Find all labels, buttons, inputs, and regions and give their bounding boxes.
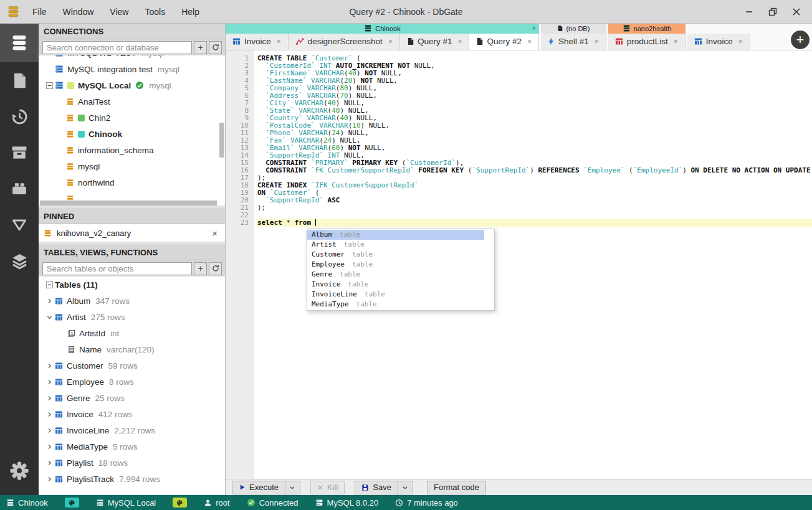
autocomplete-item[interactable]: InvoiceLinetable	[307, 290, 484, 300]
menu-window[interactable]: Window	[56, 4, 101, 19]
table-item[interactable]: Genre 25 rows	[39, 390, 225, 406]
add-connection-button[interactable]: +	[194, 41, 207, 54]
database-color-badge[interactable]	[65, 498, 79, 508]
rail-item-layers[interactable]	[0, 243, 39, 279]
menu-tools[interactable]: Tools	[138, 4, 172, 19]
table-item[interactable]: InvoiceLine 2,212 rows	[39, 422, 225, 438]
close-tab-icon[interactable]: ×	[388, 37, 393, 46]
tab-group-header[interactable]: (no DB)	[541, 24, 606, 34]
tables-group-row[interactable]: Tables (11)	[39, 276, 225, 293]
close-button[interactable]	[785, 0, 808, 24]
chevron-right-icon[interactable]	[46, 411, 53, 418]
rail-item-settings[interactable]	[0, 453, 39, 489]
tables-search-input[interactable]	[42, 262, 192, 275]
status-last-refresh: 7 minutes ago	[395, 498, 458, 508]
chevron-right-icon[interactable]	[46, 395, 53, 402]
add-table-button[interactable]: +	[194, 262, 207, 275]
tab-group-header[interactable]: Chinook ×	[226, 24, 539, 34]
table-item[interactable]: Playlist 18 rows	[39, 455, 225, 471]
autocomplete-item[interactable]: Artisttable	[307, 240, 484, 250]
database-item[interactable]: Chin2	[39, 110, 225, 126]
close-tab-icon[interactable]: ×	[738, 37, 743, 46]
tab-group-header[interactable]	[687, 24, 750, 34]
pinned-item[interactable]: knihovna_v2_canary ×	[39, 224, 225, 242]
menu-view[interactable]: View	[103, 4, 135, 19]
table-item[interactable]: Album 347 rows	[39, 293, 225, 309]
connection-item[interactable]: MYSQL WD TEST mysql	[39, 55, 225, 61]
autocomplete-item[interactable]: Invoicetable	[307, 280, 484, 290]
tab-invoice[interactable]: Invoice×	[687, 34, 750, 50]
refresh-tables-button[interactable]	[209, 262, 222, 275]
minimize-button[interactable]	[737, 0, 761, 24]
unpin-close-icon[interactable]: ×	[209, 228, 220, 238]
chevron-right-icon[interactable]	[46, 460, 53, 466]
rail-item-archive[interactable]	[0, 135, 39, 171]
table-item[interactable]: PlaylistTrack 7,994 rows	[39, 471, 225, 487]
chevron-right-icon[interactable]	[46, 379, 53, 385]
chevron-right-icon[interactable]	[46, 443, 53, 450]
autocomplete-item[interactable]: Employeetable	[307, 260, 484, 270]
database-item[interactable]: information_schema	[39, 142, 225, 158]
chevron-right-icon[interactable]	[46, 427, 53, 434]
database-item[interactable]: northwind	[39, 174, 225, 191]
collapse-icon[interactable]	[45, 82, 54, 90]
restore-button[interactable]	[761, 0, 785, 24]
column-item[interactable]: 1 ArtistId int	[39, 325, 225, 341]
server-color-badge[interactable]	[173, 498, 187, 508]
column-item[interactable]: Name varchar(120)	[39, 341, 225, 357]
tab-group-header[interactable]: nano2health	[608, 24, 685, 34]
connection-item[interactable]: MySQL Local mysql	[39, 77, 225, 93]
close-tab-icon[interactable]: ×	[277, 37, 281, 46]
tab-invoice[interactable]: Invoice×	[226, 34, 289, 50]
save-button[interactable]: Save	[355, 481, 398, 494]
database-item[interactable]: mysql	[39, 158, 225, 174]
rail-item-history[interactable]	[0, 98, 39, 135]
tab-query-2[interactable]: Query #2×	[469, 34, 539, 50]
autocomplete-item[interactable]: Customertable	[307, 250, 484, 260]
close-tab-icon[interactable]: ×	[674, 37, 678, 46]
autocomplete-item[interactable]: Genretable	[307, 270, 484, 280]
execute-button[interactable]: Execute	[232, 481, 285, 494]
tab-productlist[interactable]: productList×	[608, 34, 685, 50]
chevron-right-icon[interactable]	[46, 476, 53, 483]
table-icon	[55, 313, 63, 321]
chevron-right-icon[interactable]	[46, 362, 53, 369]
connections-search-input[interactable]	[42, 41, 192, 54]
execute-dropdown-button[interactable]	[285, 481, 300, 494]
format-code-button[interactable]: Format code	[427, 481, 486, 494]
status-server[interactable]: MySQL Local	[96, 498, 156, 508]
status-database[interactable]: Chinook	[6, 498, 48, 508]
rail-item-plugins[interactable]	[0, 171, 39, 207]
table-item[interactable]: Invoice 412 rows	[39, 406, 225, 422]
menu-help[interactable]: Help	[174, 4, 206, 19]
chevron-right-icon[interactable]	[46, 298, 53, 305]
menu-file[interactable]: File	[26, 4, 54, 19]
tab-shell-1[interactable]: Shell #1×	[541, 34, 606, 50]
new-tab-button[interactable]: +	[791, 31, 810, 49]
close-tab-icon[interactable]: ×	[595, 37, 599, 46]
table-item[interactable]: Artist 275 rows	[39, 309, 225, 325]
database-item[interactable]: AnalTest	[39, 93, 225, 110]
table-item[interactable]: Customer 59 rows	[39, 357, 225, 374]
rail-item-database[interactable]	[0, 24, 39, 62]
connection-item[interactable]: MySQL integration test mysql	[39, 61, 225, 77]
tab-designerscreenshot[interactable]: designerScreenshot×	[289, 34, 400, 50]
autocomplete-item[interactable]: Albumtable	[307, 230, 484, 240]
table-item[interactable]: Employee 8 rows	[39, 374, 225, 390]
collapse-icon[interactable]	[45, 281, 54, 289]
refresh-connections-button[interactable]	[209, 41, 222, 54]
table-item[interactable]: MediaType 5 rows	[39, 438, 225, 455]
close-tab-icon[interactable]: ×	[527, 37, 532, 46]
chevron-down-icon[interactable]	[46, 314, 53, 321]
sql-editor[interactable]: 1234567891011121314151617181920212223 CR…	[226, 50, 812, 479]
close-tab-icon[interactable]: ×	[457, 37, 462, 46]
connections-horizontal-scrollbar[interactable]	[40, 201, 217, 205]
tab-query-1[interactable]: Query #1×	[400, 34, 470, 50]
database-item[interactable]: Chinook	[39, 126, 225, 142]
rail-item-filter[interactable]	[0, 207, 39, 243]
autocomplete-item[interactable]: MediaTypetable	[307, 300, 484, 309]
save-dropdown-button[interactable]	[398, 481, 413, 494]
close-group-icon[interactable]: ×	[532, 24, 536, 32]
rail-item-file[interactable]	[0, 62, 39, 98]
connections-vertical-scrollbar[interactable]	[219, 123, 224, 158]
